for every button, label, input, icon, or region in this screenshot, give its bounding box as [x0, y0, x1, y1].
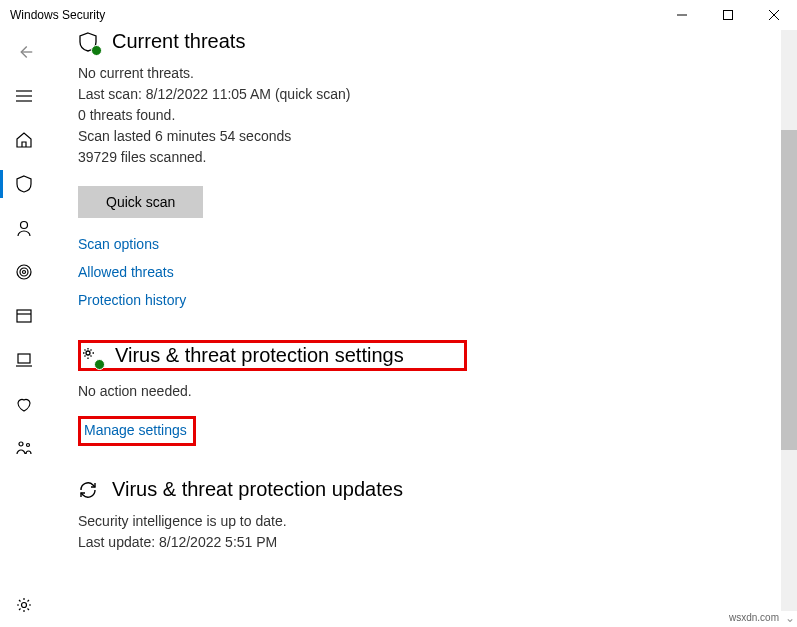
window-controls — [659, 0, 797, 30]
watermark: wsxdn.com — [729, 612, 779, 623]
svg-point-14 — [19, 442, 23, 446]
resize-grip[interactable]: ⌄ — [785, 611, 795, 625]
scrollbar-thumb[interactable] — [781, 130, 797, 450]
sidebar-family[interactable] — [0, 426, 48, 470]
hamburger-menu[interactable] — [0, 74, 48, 118]
maximize-button[interactable] — [705, 0, 751, 30]
shield-refresh-icon — [78, 32, 98, 52]
protection-history-link[interactable]: Protection history — [78, 292, 767, 308]
titlebar: Windows Security — [0, 0, 797, 30]
sidebar-app-browser[interactable] — [0, 294, 48, 338]
svg-rect-12 — [18, 354, 30, 363]
window-title: Windows Security — [10, 8, 659, 22]
files-scanned-text: 39729 files scanned. — [78, 147, 767, 168]
sidebar-account[interactable] — [0, 206, 48, 250]
scan-options-link[interactable]: Scan options — [78, 236, 767, 252]
sidebar-firewall[interactable] — [0, 250, 48, 294]
refresh-icon — [78, 480, 98, 500]
svg-point-17 — [86, 351, 90, 355]
last-update-text: Last update: 8/12/2022 5:51 PM — [78, 532, 767, 553]
sidebar — [0, 30, 48, 627]
sidebar-home[interactable] — [0, 118, 48, 162]
scrollbar[interactable] — [781, 30, 797, 611]
updates-status: Security intelligence is up to date. — [78, 511, 767, 532]
current-threats-heading: Current threats — [112, 30, 245, 53]
svg-rect-1 — [724, 11, 733, 20]
scan-duration-text: Scan lasted 6 minutes 54 seconds — [78, 126, 767, 147]
updates-heading: Virus & threat protection updates — [112, 478, 403, 501]
section-protection-updates: Virus & threat protection updates Securi… — [78, 478, 767, 553]
svg-point-9 — [23, 271, 26, 274]
allowed-threats-link[interactable]: Allowed threats — [78, 264, 767, 280]
sidebar-device-security[interactable] — [0, 338, 48, 382]
svg-point-8 — [21, 222, 28, 229]
settings-heading: Virus & threat protection settings — [115, 344, 404, 367]
section-current-threats: Current threats No current threats. Last… — [78, 30, 767, 308]
main-content: Current threats No current threats. Last… — [48, 30, 797, 627]
svg-point-16 — [22, 603, 27, 608]
manage-settings-link[interactable]: Manage settings — [84, 422, 187, 438]
sidebar-device-performance[interactable] — [0, 382, 48, 426]
settings-status: No action needed. — [78, 381, 767, 402]
sidebar-settings[interactable] — [0, 583, 48, 627]
svg-rect-10 — [17, 310, 31, 322]
threats-found-text: 0 threats found. — [78, 105, 767, 126]
quick-scan-button[interactable]: Quick scan — [78, 186, 203, 218]
gear-shield-icon — [81, 346, 101, 366]
threat-status: No current threats. — [78, 63, 767, 84]
last-scan-text: Last scan: 8/12/2022 11:05 AM (quick sca… — [78, 84, 767, 105]
minimize-button[interactable] — [659, 0, 705, 30]
sidebar-virus-protection[interactable] — [0, 162, 48, 206]
section-protection-settings: Virus & threat protection settings No ac… — [78, 340, 767, 446]
close-button[interactable] — [751, 0, 797, 30]
svg-point-15 — [27, 444, 30, 447]
back-button[interactable] — [0, 30, 48, 74]
